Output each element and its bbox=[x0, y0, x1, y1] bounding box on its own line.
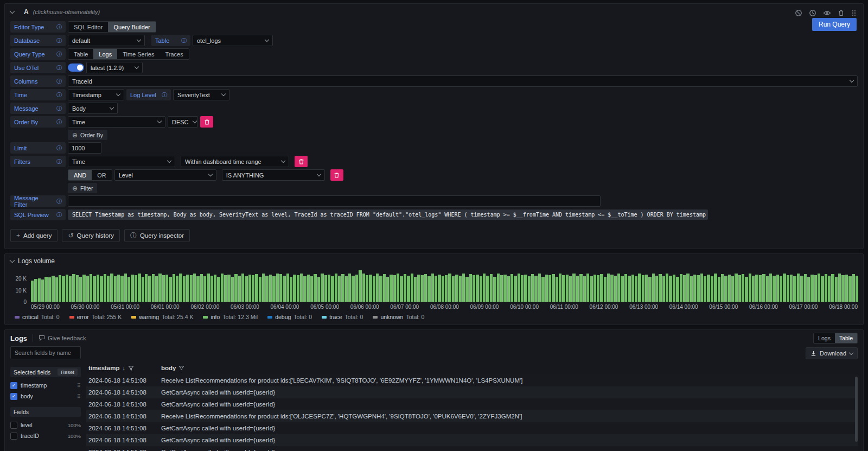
info-icon[interactable]: ⓘ bbox=[56, 211, 62, 219]
log-row[interactable]: 2024-06-18 14:51:08GetCartAsync called w… bbox=[86, 446, 858, 451]
editor-type-sql-editor[interactable]: SQL Editor bbox=[68, 22, 108, 32]
info-icon[interactable]: ⓘ bbox=[181, 37, 187, 45]
filter-field-value: Time bbox=[72, 158, 85, 165]
legend-item-error[interactable]: errorTotal: 255 K bbox=[69, 314, 122, 320]
otel-version-select[interactable]: latest (1.2.9) bbox=[86, 62, 143, 73]
collapse-panel-icon[interactable] bbox=[10, 258, 15, 263]
add-query-button[interactable]: + Add query bbox=[10, 229, 58, 242]
filter2-condition-select[interactable]: IS ANYTHING bbox=[222, 169, 325, 181]
legend-item-info[interactable]: infoTotal: 12.3 Mil bbox=[203, 314, 258, 320]
chevron-down-icon bbox=[281, 158, 285, 163]
info-icon[interactable]: ⓘ bbox=[56, 198, 62, 205]
search-fields-input[interactable] bbox=[10, 346, 81, 359]
columns-multiselect[interactable]: TraceId bbox=[68, 75, 858, 87]
logs-volume-header[interactable]: Logs volume bbox=[10, 257, 858, 265]
filter-field-select[interactable]: Time bbox=[68, 156, 175, 167]
volume-bar bbox=[286, 274, 289, 302]
order-by-direction-select[interactable]: DESC bbox=[168, 116, 198, 128]
log-body: GetCartAsync called with userId={userId} bbox=[157, 449, 858, 451]
view-toggle-table[interactable]: Table bbox=[835, 333, 857, 343]
use-otel-toggle[interactable] bbox=[68, 63, 84, 72]
legend-item-unknown[interactable]: unknownTotal: 0 bbox=[373, 314, 424, 320]
query-inspector-button[interactable]: ⓘ Query inspector bbox=[124, 229, 190, 242]
query-type-tab-table[interactable]: Table bbox=[68, 49, 93, 59]
remove-order-by-button[interactable] bbox=[200, 116, 213, 128]
field-checkbox[interactable]: ✓ bbox=[10, 382, 17, 389]
volume-bar bbox=[507, 276, 510, 302]
legend-item-debug[interactable]: debugTotal: 0 bbox=[267, 314, 312, 320]
hide-response-icon[interactable] bbox=[823, 9, 831, 17]
volume-bar bbox=[127, 277, 130, 302]
legend-item-trace[interactable]: traceTotal: 0 bbox=[322, 314, 363, 320]
filter2-field-select[interactable]: Level bbox=[114, 169, 216, 181]
order-by-field-select[interactable]: Time bbox=[68, 116, 165, 128]
log-row[interactable]: 2024-06-18 14:51:08GetCartAsync called w… bbox=[86, 398, 858, 410]
query-type-tab-logs[interactable]: Logs bbox=[93, 49, 117, 59]
drag-handle-icon[interactable] bbox=[851, 9, 857, 17]
legend-item-critical[interactable]: criticalTotal: 0 bbox=[15, 314, 60, 320]
disable-query-icon[interactable] bbox=[795, 9, 802, 17]
info-icon[interactable]: ⓘ bbox=[56, 50, 62, 58]
volume-bar bbox=[241, 274, 244, 302]
x-tick-label: 06/05 00:00 bbox=[310, 304, 339, 310]
info-icon[interactable]: ⓘ bbox=[56, 158, 62, 166]
log-row[interactable]: 2024-06-18 14:51:08GetCartAsync called w… bbox=[86, 386, 858, 398]
collapse-query-icon[interactable] bbox=[10, 9, 15, 14]
info-icon[interactable]: ⓘ bbox=[56, 105, 62, 112]
field-checkbox[interactable] bbox=[10, 433, 17, 440]
filter-condition-select[interactable]: Within dashboard time range bbox=[181, 156, 289, 167]
add-order-by-button[interactable]: ⊕ Order By bbox=[68, 130, 107, 140]
field-checkbox[interactable] bbox=[10, 422, 17, 429]
filter-icon[interactable] bbox=[128, 365, 134, 371]
history-icon[interactable] bbox=[809, 9, 816, 17]
conjunction-or[interactable]: OR bbox=[92, 170, 112, 180]
time-column-select[interactable]: Timestamp bbox=[68, 89, 124, 100]
sort-desc-icon[interactable]: ↓ bbox=[123, 365, 126, 371]
drag-handle-icon[interactable]: ⠿ bbox=[77, 393, 81, 399]
field-checkbox[interactable]: ✓ bbox=[10, 393, 17, 400]
delete-query-icon[interactable] bbox=[838, 9, 845, 17]
volume-bar bbox=[690, 276, 693, 302]
database-select[interactable]: default bbox=[68, 35, 145, 46]
volume-bar bbox=[300, 274, 303, 302]
info-icon[interactable]: ⓘ bbox=[56, 64, 62, 72]
query-history-button[interactable]: ↺ Query history bbox=[62, 229, 119, 242]
log-row[interactable]: 2024-06-18 14:51:08GetCartAsync called w… bbox=[86, 422, 858, 434]
limit-input[interactable] bbox=[68, 142, 101, 154]
query-type-tab-traces[interactable]: Traces bbox=[159, 49, 188, 59]
timestamp-column-header[interactable]: timestamp ↓ bbox=[86, 365, 157, 371]
remove-filter2-button[interactable] bbox=[330, 169, 343, 181]
table-select[interactable]: otel_logs bbox=[193, 35, 273, 46]
reset-fields-button[interactable]: Reset bbox=[58, 369, 78, 376]
message-filter-input[interactable] bbox=[68, 195, 601, 207]
log-row[interactable]: 2024-06-18 14:51:08Receive ListRecommend… bbox=[86, 410, 858, 422]
add-filter-button[interactable]: ⊕ Filter bbox=[68, 183, 97, 193]
editor-type-query-builder[interactable]: Query Builder bbox=[108, 22, 155, 32]
give-feedback-link[interactable]: Give feedback bbox=[39, 335, 86, 341]
log-row[interactable]: 2024-06-18 14:51:08GetCartAsync called w… bbox=[86, 434, 858, 446]
run-query-button[interactable]: Run Query bbox=[812, 18, 857, 31]
info-icon[interactable]: ⓘ bbox=[56, 91, 62, 99]
legend-item-warning[interactable]: warningTotal: 25.4 K bbox=[131, 314, 193, 320]
info-icon[interactable]: ⓘ bbox=[56, 144, 62, 152]
volume-bar bbox=[269, 275, 272, 302]
message-column-select[interactable]: Body bbox=[68, 103, 118, 114]
info-icon[interactable]: ⓘ bbox=[162, 91, 167, 99]
download-button[interactable]: Download bbox=[806, 347, 858, 359]
log-row[interactable]: 2024-06-18 14:51:08Receive ListRecommend… bbox=[86, 374, 858, 386]
query-type-tab-time-series[interactable]: Time Series bbox=[117, 49, 159, 59]
view-toggle-logs[interactable]: Logs bbox=[814, 333, 835, 343]
remove-filter-button[interactable] bbox=[295, 156, 308, 167]
info-icon[interactable]: ⓘ bbox=[56, 118, 62, 126]
drag-handle-icon[interactable]: ⠿ bbox=[77, 383, 81, 389]
filter-icon[interactable] bbox=[178, 365, 184, 371]
info-icon[interactable]: ⓘ bbox=[56, 37, 62, 45]
conjunction-and[interactable]: AND bbox=[68, 170, 92, 180]
log-level-select[interactable]: SeverityText bbox=[173, 89, 229, 100]
info-icon[interactable]: ⓘ bbox=[56, 78, 62, 85]
body-column-header[interactable]: body bbox=[157, 365, 858, 371]
volume-bar bbox=[607, 274, 610, 302]
table-scrollbar[interactable] bbox=[855, 377, 858, 442]
volume-bar bbox=[831, 274, 834, 302]
info-icon[interactable]: ⓘ bbox=[56, 23, 62, 31]
